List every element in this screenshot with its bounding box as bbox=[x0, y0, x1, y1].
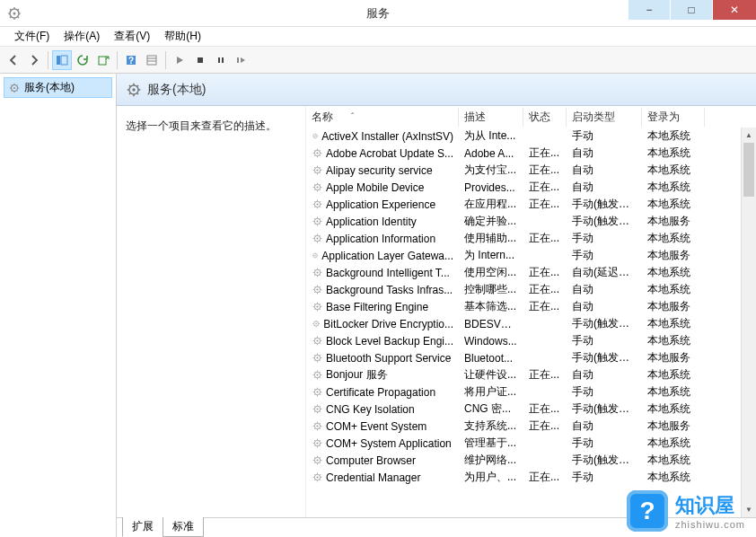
scroll-thumb[interactable] bbox=[743, 143, 754, 197]
service-row[interactable]: COM+ System Application管理基于...手动本地系统 bbox=[306, 435, 756, 452]
service-name: Application Layer Gatewa... bbox=[321, 250, 453, 262]
svg-point-57 bbox=[317, 460, 319, 462]
service-startup: 手动(触发器... bbox=[567, 401, 642, 417]
service-row[interactable]: Application Experience在应用程...正在...手动(触发器… bbox=[306, 196, 756, 213]
column-header-description[interactable]: 描述 bbox=[459, 108, 523, 127]
service-row[interactable]: Alipay security service为支付宝...正在...自动本地系… bbox=[306, 162, 756, 179]
column-header-logon[interactable]: 登录为 bbox=[642, 108, 705, 127]
svg-point-39 bbox=[317, 306, 319, 308]
service-row[interactable]: Background Tasks Infras...控制哪些...正在...自动… bbox=[306, 281, 756, 298]
service-logon: 本地系统 bbox=[642, 436, 705, 451]
content-header-title: 服务(本地) bbox=[147, 82, 206, 98]
svg-rect-4 bbox=[99, 57, 106, 65]
service-row[interactable]: Computer Browser维护网络...手动(触发器...本地系统 bbox=[306, 452, 756, 469]
help-button[interactable]: ? bbox=[121, 50, 141, 70]
service-row[interactable]: Application Identity确定并验...手动(触发器...本地服务 bbox=[306, 213, 756, 230]
menu-help[interactable]: 帮助(H) bbox=[157, 27, 208, 46]
service-startup: 自动 bbox=[567, 299, 642, 314]
column-header-startup[interactable]: 启动类型 bbox=[567, 108, 642, 127]
svg-point-29 bbox=[317, 221, 319, 223]
refresh-button[interactable] bbox=[73, 50, 92, 70]
svg-point-41 bbox=[315, 323, 317, 325]
minimize-button[interactable]: − bbox=[629, 0, 670, 20]
watermark-logo: ? 知识屋 zhishiwu.com bbox=[627, 490, 745, 532]
svg-rect-7 bbox=[147, 56, 156, 65]
service-name: BitLocker Drive Encryptio... bbox=[323, 318, 453, 330]
svg-point-17 bbox=[132, 88, 135, 91]
service-startup: 自动 bbox=[567, 145, 642, 161]
tab-extended[interactable]: 扩展 bbox=[122, 517, 163, 537]
service-logon: 本地系统 bbox=[642, 333, 705, 348]
service-row[interactable]: COM+ Event System支持系统...正在...自动本地服务 bbox=[306, 418, 756, 435]
service-row[interactable]: BitLocker Drive Encryptio...BDESVC ...手动… bbox=[306, 315, 756, 332]
menu-view[interactable]: 查看(V) bbox=[107, 27, 157, 46]
gear-icon bbox=[312, 164, 323, 176]
column-header-status[interactable]: 状态 bbox=[523, 108, 567, 127]
column-header-name[interactable]: 名称ˆ bbox=[306, 108, 459, 127]
service-logon: 本地系统 bbox=[642, 163, 705, 178]
start-service-button[interactable] bbox=[170, 50, 189, 70]
description-prompt: 选择一个项目来查看它的描述。 bbox=[126, 119, 277, 132]
service-description: 在应用程... bbox=[459, 197, 523, 212]
service-startup: 手动 bbox=[567, 248, 642, 263]
service-row[interactable]: Application Layer Gatewa...为 Intern...手动… bbox=[306, 247, 756, 264]
svg-point-51 bbox=[317, 409, 319, 410]
service-description: 让硬件设... bbox=[459, 367, 523, 383]
scroll-up-arrow[interactable]: ▲ bbox=[742, 128, 756, 143]
forward-button[interactable] bbox=[24, 50, 44, 70]
service-startup: 手动(触发器... bbox=[567, 214, 642, 229]
back-button[interactable] bbox=[4, 50, 23, 70]
svg-rect-3 bbox=[61, 56, 67, 65]
nav-services-local-label: 服务(本地) bbox=[24, 80, 75, 95]
service-description: 使用空闲... bbox=[459, 265, 523, 280]
service-startup: 自动 bbox=[567, 367, 642, 383]
restart-service-button[interactable] bbox=[232, 50, 251, 70]
service-startup: 手动 bbox=[567, 128, 642, 144]
menubar: 文件(F) 操作(A) 查看(V) 帮助(H) bbox=[0, 27, 756, 47]
service-row[interactable]: Certificate Propagation将用户证...手动本地系统 bbox=[306, 383, 756, 401]
service-name: COM+ System Application bbox=[326, 437, 452, 450]
service-startup: 手动 bbox=[567, 384, 642, 400]
service-logon: 本地系统 bbox=[642, 401, 705, 417]
service-startup: 手动 bbox=[567, 333, 642, 348]
service-name: Credential Manager bbox=[326, 471, 420, 484]
service-description: 为用户、... bbox=[459, 470, 523, 485]
menu-file[interactable]: 文件(F) bbox=[7, 27, 57, 46]
service-description: BDESVC ... bbox=[459, 318, 523, 330]
service-row[interactable]: Block Level Backup Engi...Windows...手动本地… bbox=[306, 332, 756, 349]
service-logon: 本地系统 bbox=[642, 128, 705, 144]
gear-icon bbox=[312, 352, 323, 364]
properties-button[interactable] bbox=[142, 50, 162, 70]
svg-point-23 bbox=[317, 170, 319, 172]
service-row[interactable]: Credential Manager为用户、...正在...手动本地系统 bbox=[306, 469, 756, 486]
service-row[interactable]: Adobe Acrobat Update S...Adobe A...正在...… bbox=[306, 145, 756, 162]
service-row[interactable]: Bonjour 服务让硬件设...正在...自动本地系统 bbox=[306, 366, 756, 383]
export-button[interactable] bbox=[93, 50, 113, 70]
maximize-button[interactable]: □ bbox=[671, 0, 712, 20]
service-row[interactable]: CNG Key IsolationCNG 密...正在...手动(触发器...本… bbox=[306, 401, 756, 418]
service-row[interactable]: Background Intelligent T...使用空闲...正在...自… bbox=[306, 264, 756, 281]
service-row[interactable]: Apple Mobile DeviceProvides...正在...自动本地系… bbox=[306, 179, 756, 196]
service-logon: 本地系统 bbox=[642, 145, 705, 161]
service-row[interactable]: Application Information使用辅助...正在...手动本地系… bbox=[306, 230, 756, 247]
service-row[interactable]: ActiveX Installer (AxInstSV)为从 Inte...手动… bbox=[306, 128, 756, 145]
pause-service-button[interactable] bbox=[211, 50, 231, 70]
stop-service-button[interactable] bbox=[190, 50, 210, 70]
service-row[interactable]: Base Filtering Engine基本筛选...正在...自动本地服务 bbox=[306, 298, 756, 315]
close-button[interactable]: ✕ bbox=[713, 0, 756, 20]
nav-services-local[interactable]: 服务(本地) bbox=[4, 77, 112, 98]
service-description: 为 Intern... bbox=[459, 248, 523, 263]
service-description: 确定并验... bbox=[459, 214, 523, 229]
tab-standard[interactable]: 标准 bbox=[163, 517, 204, 537]
service-startup: 手动 bbox=[567, 436, 642, 451]
vertical-scrollbar[interactable]: ▲ ▼ bbox=[741, 128, 756, 517]
service-name: Bonjour 服务 bbox=[326, 367, 388, 383]
svg-point-33 bbox=[315, 255, 316, 256]
show-hide-tree-button[interactable] bbox=[52, 50, 72, 70]
service-name: Application Information bbox=[326, 233, 435, 245]
svg-point-25 bbox=[317, 187, 319, 189]
service-row[interactable]: Bluetooth Support ServiceBluetoot...手动(触… bbox=[306, 349, 756, 366]
svg-point-21 bbox=[316, 153, 318, 154]
service-status: 正在... bbox=[523, 282, 567, 297]
menu-action[interactable]: 操作(A) bbox=[57, 27, 107, 46]
